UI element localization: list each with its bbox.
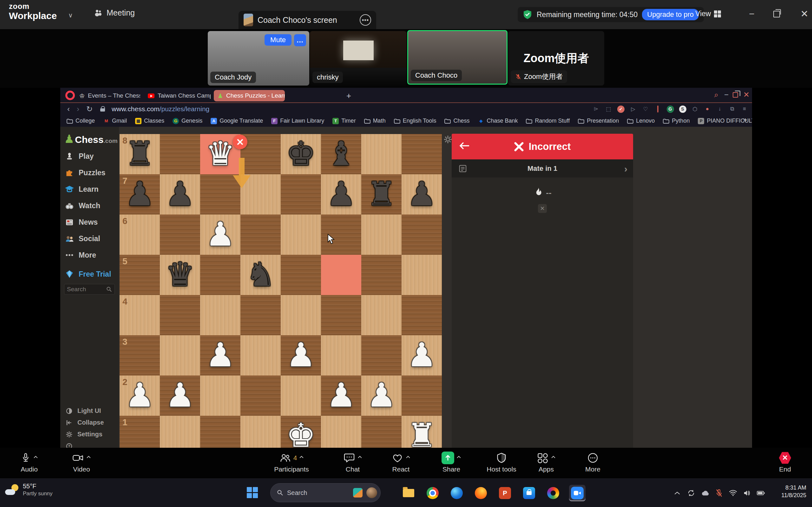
url-field[interactable]: www.chess.com/puzzles/learning	[112, 105, 209, 113]
pin-icon[interactable]: ⌲	[592, 105, 600, 113]
browser-minimize-button[interactable]: −	[724, 90, 728, 99]
bookmarks-overflow-icon[interactable]: »	[743, 116, 747, 124]
piece-black-rook-g7[interactable]: ♜	[361, 174, 402, 215]
bookmark-item[interactable]: College	[67, 118, 95, 124]
bookmark-item[interactable]: Python	[663, 118, 690, 124]
flow-icon[interactable]: ▷	[629, 105, 637, 113]
square-h8[interactable]	[402, 134, 442, 174]
weather-widget[interactable]: 55°F Partly sunny	[5, 483, 53, 497]
chevron-down-icon[interactable]: ∨	[68, 11, 73, 19]
bookmark-item[interactable]: Math	[364, 118, 386, 124]
sidebar-footer-settings[interactable]: Settings	[60, 429, 119, 440]
piece-black-pawn-a7[interactable]: ♟	[119, 174, 160, 215]
opera-browser-icon[interactable]	[65, 91, 75, 100]
square-b1[interactable]	[160, 416, 200, 448]
square-a6[interactable]: 6	[119, 215, 160, 255]
grammarly-icon[interactable]: G	[666, 105, 674, 113]
search-avatar[interactable]	[366, 487, 377, 498]
tweaks-icon[interactable]: ≡	[741, 105, 748, 113]
piece-black-bishop-f8[interactable]: ♝	[321, 134, 361, 174]
link-icon[interactable]: ⧉	[728, 105, 736, 113]
restore-button[interactable]	[773, 11, 780, 17]
tray-sync[interactable]	[687, 489, 695, 497]
piece-black-queen-b5[interactable]: ♛	[160, 255, 200, 295]
toolbar-apps-button[interactable]: Apps	[525, 450, 567, 473]
taskbar-app-file-explorer[interactable]	[400, 485, 417, 501]
bookmark-item[interactable]: AGoogle Translate	[211, 118, 263, 124]
square-d6[interactable]	[241, 215, 281, 255]
reload-icon[interactable]: ↻	[86, 105, 93, 113]
bookmark-item[interactable]: Lenovo	[627, 118, 655, 124]
square-c5[interactable]	[200, 255, 241, 295]
bookmark-item[interactable]: MGmail	[103, 118, 127, 124]
bookmark-item[interactable]: TTimer	[333, 118, 356, 124]
piece-white-pawn-f2[interactable]: ♟	[321, 376, 361, 416]
bookmark-item[interactable]: Random Stuff	[526, 118, 570, 124]
bookmark-item[interactable]: ◆Chase Bank	[478, 118, 518, 124]
taskbar-search-input[interactable]: Search	[270, 483, 380, 502]
taskbar-app-firefox[interactable]	[473, 485, 489, 501]
square-a3[interactable]: 3	[119, 335, 160, 376]
bookmark-item[interactable]: Chess	[444, 118, 469, 124]
bookmark-item[interactable]: FFair Lawn Library	[271, 118, 324, 124]
square-b6[interactable]	[160, 215, 200, 255]
video-tile-coach-choco-active-speaker[interactable]: Coach Choco	[407, 30, 507, 84]
chevron-up-icon[interactable]	[86, 455, 91, 459]
taskbar-app-store[interactable]	[521, 485, 537, 501]
tray-battery[interactable]	[757, 489, 765, 497]
piece-white-pawn-b2[interactable]: ♟	[160, 376, 200, 416]
browser-search-icon[interactable]: ⌕	[714, 90, 718, 99]
sidebar-item-puzzles[interactable]: Puzzles	[60, 164, 119, 181]
piece-black-pawn-b7[interactable]: ♟	[160, 174, 200, 215]
browser-tab-chess-puzzles-active[interactable]: ♟ Chess Puzzles - Learn Th	[214, 90, 285, 101]
start-button[interactable]	[247, 487, 258, 498]
square-g3[interactable]	[361, 335, 402, 376]
square-e6[interactable]	[281, 215, 321, 255]
piece-white-pawn-a2[interactable]: ♟	[119, 376, 160, 416]
toolbar-react-button[interactable]: React	[380, 450, 421, 473]
taskbar-app-chrome[interactable]	[424, 485, 441, 501]
support-icon-partial[interactable]: ?	[60, 440, 119, 448]
tray-wifi[interactable]	[729, 489, 737, 497]
taskbar-app-photos[interactable]	[545, 485, 561, 501]
piece-black-pawn-f7[interactable]: ♟	[321, 174, 361, 215]
bookmark-item[interactable]: Presentation	[578, 118, 619, 124]
toolbar-end-button[interactable]: ✕End	[764, 450, 806, 473]
piece-white-king-e1[interactable]: ♚	[281, 416, 321, 448]
extensions-puzzle-icon[interactable]: ⬡	[691, 105, 699, 113]
chevron-right-icon[interactable]: ›	[624, 164, 627, 174]
toolbar-more-button[interactable]: More	[572, 450, 613, 473]
lock-icon[interactable]	[100, 107, 105, 112]
video-tile-zoom-user[interactable]: Zoom使用者 Zoom使用者	[508, 31, 604, 86]
piece-black-knight-d5[interactable]: ♞	[241, 255, 281, 295]
mute-button[interactable]: Mute	[264, 34, 292, 46]
sidebar-footer-light-ui[interactable]: Light UI	[60, 405, 119, 417]
tab-meeting[interactable]: Meeting	[94, 8, 135, 17]
square-a4[interactable]: 4	[119, 295, 160, 335]
search-highlight-thumbnail[interactable]	[353, 488, 362, 498]
square-a1[interactable]: 1	[119, 416, 160, 448]
toolbar-participants-button[interactable]: 4Participants	[271, 450, 312, 473]
profile-icon[interactable]: ●	[704, 105, 711, 113]
square-b3[interactable]	[160, 335, 200, 376]
square-g4[interactable]	[361, 295, 402, 335]
puzzle-goal-row[interactable]: Mate in 1 ›	[452, 159, 633, 177]
taskbar-clock[interactable]: 8:31 AM 11/8/2025	[781, 484, 806, 499]
taskbar-app-powerpoint[interactable]: P	[497, 485, 513, 501]
piece-black-pawn-h7[interactable]: ♟	[402, 174, 442, 215]
downloads-icon[interactable]: ↓	[716, 105, 723, 113]
piece-black-rook-a8[interactable]: ♜	[119, 134, 160, 174]
square-g5[interactable]	[361, 255, 402, 295]
sidebar-item-news[interactable]: News	[60, 214, 119, 230]
square-c2[interactable]	[200, 376, 241, 416]
square-e2[interactable]	[281, 376, 321, 416]
square-f5[interactable]	[321, 255, 361, 295]
square-a5[interactable]: 5	[119, 255, 160, 295]
piece-black-king-e8[interactable]: ♚	[281, 134, 321, 174]
square-g1[interactable]	[361, 416, 402, 448]
browser-close-button[interactable]: ✕	[743, 90, 750, 99]
forward-icon[interactable]: ›	[77, 105, 79, 113]
video-tile-chrisky[interactable]: chrisky	[310, 31, 407, 86]
browser-restore-button[interactable]	[733, 92, 738, 98]
bookmark-item[interactable]: ▦Classes	[135, 118, 164, 124]
